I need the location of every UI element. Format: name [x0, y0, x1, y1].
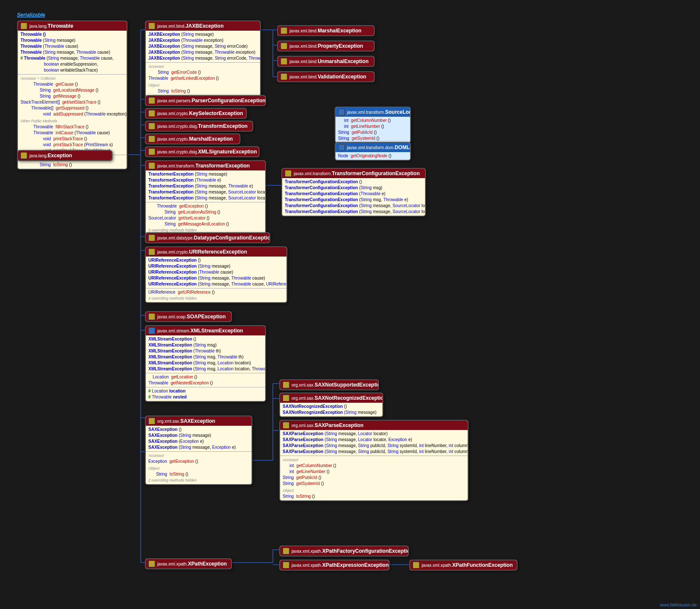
class-jaxbexception[interactable]: javax.xml.bind.JAXBException JAXBExcepti… [145, 20, 261, 102]
class-transformer[interactable]: javax.xml.transform.TransformerException… [145, 160, 266, 235]
interface-icon [338, 144, 345, 151]
class-unmarshalexception[interactable]: javax.xml.bind.UnmarshalException [277, 56, 375, 67]
class-xpathfactory[interactable]: javax.xml.xpath.XPathFactoryConfiguratio… [279, 546, 409, 557]
class-propertyexception[interactable]: javax.xml.bind.PropertyException [277, 40, 375, 52]
class-parsercfg[interactable]: javax.xml.parsers.ParserConfigurationExc… [145, 95, 266, 106]
interface-sourcelocator[interactable]: javax.xml.transform.SourceLocator int ge… [335, 107, 411, 143]
class-xpathexpr[interactable]: javax.xml.xpath.XPathExpressionException [279, 560, 390, 571]
class-icon [148, 327, 155, 334]
class-icon [148, 148, 155, 155]
class-icon [148, 234, 155, 241]
class-icon [148, 313, 155, 320]
class-xpath[interactable]: javax.xml.xpath.XPathException [145, 558, 232, 569]
class-icon [148, 418, 155, 424]
class-icon [148, 162, 155, 169]
class-icon [148, 123, 155, 130]
class-saxnotsupported[interactable]: org.xml.sax.SAXNotSupportedException [279, 379, 379, 390]
class-icon [148, 97, 155, 104]
class-exception[interactable]: java.lang.Exception [17, 150, 113, 161]
class-icon [285, 170, 292, 177]
class-icon [281, 27, 287, 34]
class-transformercfg[interactable]: javax.xml.transform.TransformerConfigura… [281, 168, 426, 216]
class-transformdsig[interactable]: javax.xml.crypto.dsig.TransformException [145, 121, 253, 132]
class-saxparse[interactable]: org.xml.sax.SAXParseException SAXParseEx… [279, 420, 469, 501]
class-icon [283, 562, 289, 569]
interface-domlocator[interactable]: javax.xml.transform.dom.DOMLocator Node … [335, 142, 411, 161]
serializable-link[interactable]: Serializable [17, 12, 45, 18]
class-icon [148, 110, 155, 117]
class-icon [283, 381, 289, 388]
class-icon [20, 152, 27, 159]
class-icon [281, 73, 287, 80]
class-icon [281, 43, 287, 49]
class-xpathfunc[interactable]: javax.xml.xpath.XPathFunctionException [409, 560, 518, 571]
class-soap[interactable]: javax.xml.soap.SOAPException [145, 311, 232, 322]
class-icon [148, 136, 155, 142]
class-icon [283, 548, 289, 554]
class-xmlsig[interactable]: javax.xml.crypto.dsig.XMLSignatureExcept… [145, 146, 260, 157]
interface-icon [338, 109, 345, 115]
class-validationexception[interactable]: javax.xml.bind.ValidationException [277, 71, 375, 82]
class-sax[interactable]: org.xml.sax.SAXException SAXException ()… [145, 416, 252, 485]
class-icon [148, 560, 155, 567]
class-icon [148, 23, 155, 29]
class-icon [283, 422, 289, 429]
class-marshalcrypto[interactable]: javax.xml.crypto.MarshalException [145, 133, 240, 144]
footer-link[interactable]: www.falkhausen.de [660, 603, 697, 607]
class-icon [413, 562, 419, 569]
class-keyselector[interactable]: javax.xml.crypto.KeySelectorException [145, 108, 247, 119]
class-marshalexception[interactable]: javax.xml.bind.MarshalException [277, 25, 375, 36]
class-xmlstream[interactable]: javax.xml.stream.XMLStreamException XMLS… [145, 325, 266, 402]
class-saxnotrecognized[interactable]: org.xml.sax.SAXNotRecognizedException SA… [279, 393, 383, 417]
class-icon [283, 395, 289, 401]
class-datatype[interactable]: javax.xml.datatype.DatatypeConfiguration… [145, 232, 270, 243]
diagram-canvas: Serializable java.lang.Throwable Throwab… [0, 0, 700, 609]
class-icon [20, 23, 27, 29]
class-icon [281, 58, 287, 65]
class-throwable[interactable]: java.lang.Throwable Throwable () Throwab… [17, 20, 127, 170]
class-uriref[interactable]: javax.xml.crypto.URIReferenceException U… [145, 246, 287, 303]
class-icon [148, 248, 155, 255]
